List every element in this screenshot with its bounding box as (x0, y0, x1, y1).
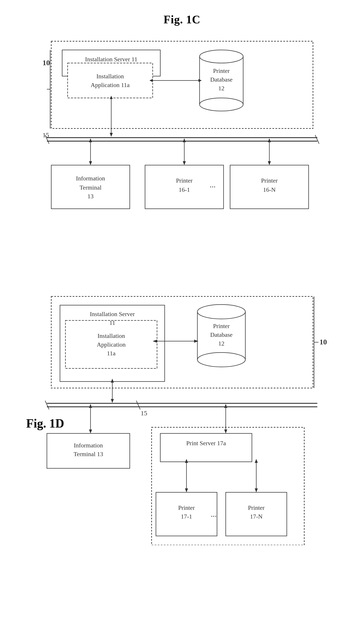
svg-text:Installation: Installation (97, 332, 125, 339)
svg-marker-57 (111, 379, 114, 383)
svg-marker-73 (185, 488, 188, 492)
svg-point-51 (197, 352, 245, 367)
svg-text:17-1: 17-1 (181, 513, 192, 520)
svg-text:Installation Server 11: Installation Server 11 (85, 56, 137, 63)
svg-marker-68 (224, 404, 227, 408)
fig1c-diagram: 10 15 Installation Server 11 Installatio… (29, 39, 335, 218)
svg-text:12: 12 (218, 340, 224, 347)
svg-text:Terminal 13: Terminal 13 (73, 451, 103, 458)
svg-point-4 (200, 50, 243, 63)
svg-rect-2 (68, 63, 153, 98)
svg-line-15 (315, 135, 319, 144)
svg-marker-17 (89, 161, 92, 165)
svg-line-61 (136, 401, 140, 409)
svg-rect-46 (51, 297, 313, 388)
svg-text:Database: Database (210, 331, 232, 338)
svg-marker-20 (183, 161, 186, 165)
svg-point-5 (200, 98, 243, 111)
svg-rect-49 (197, 312, 245, 360)
svg-marker-18 (89, 138, 92, 142)
svg-rect-79 (226, 492, 287, 536)
svg-text:Printer: Printer (213, 67, 230, 74)
svg-rect-26 (145, 165, 223, 209)
svg-marker-23 (268, 161, 271, 165)
svg-text:16-1: 16-1 (179, 186, 190, 193)
svg-rect-78 (156, 492, 217, 536)
svg-text:Database: Database (210, 76, 232, 83)
svg-rect-0 (51, 41, 313, 129)
svg-text:11a: 11a (107, 350, 116, 357)
svg-rect-27 (230, 165, 309, 209)
svg-rect-69 (47, 433, 130, 468)
svg-marker-7 (199, 79, 202, 82)
svg-text:Print Server 17a: Print Server 17a (186, 440, 226, 447)
svg-marker-24 (268, 138, 271, 142)
svg-marker-21 (183, 138, 186, 142)
svg-text:15: 15 (141, 409, 147, 417)
svg-text:Printer: Printer (176, 177, 193, 184)
fig1c-title: Fig. 1C (26, 13, 338, 26)
svg-text:Terminal: Terminal (79, 184, 101, 191)
svg-text:Installation Server: Installation Server (90, 311, 135, 317)
spacer1 (26, 240, 338, 294)
svg-text:Application 11a: Application 11a (90, 81, 130, 88)
svg-rect-47 (60, 305, 165, 382)
svg-text:Application: Application (97, 341, 125, 348)
svg-line-14 (45, 135, 49, 144)
svg-text:10: 10 (43, 59, 50, 67)
svg-marker-8 (149, 79, 153, 82)
svg-rect-1 (62, 50, 160, 76)
svg-text:...: ... (211, 510, 217, 519)
svg-marker-54 (153, 340, 157, 343)
fig1c-svg: 10 15 Installation Server 11 Installatio… (29, 39, 335, 218)
svg-text:Printer: Printer (178, 504, 195, 511)
svg-marker-76 (255, 488, 258, 492)
svg-text:15: 15 (43, 131, 49, 139)
svg-text:Printer: Printer (213, 323, 230, 329)
svg-text:12: 12 (218, 85, 224, 92)
svg-line-60 (45, 401, 49, 409)
fig1d-diagram: 15 (29, 294, 335, 534)
svg-marker-65 (89, 404, 92, 408)
svg-marker-10 (110, 133, 113, 137)
svg-text:16-N: 16-N (263, 186, 276, 193)
svg-text:Installation: Installation (96, 73, 124, 79)
svg-text:Information: Information (74, 442, 103, 449)
svg-point-50 (197, 305, 245, 319)
svg-rect-48 (66, 320, 157, 368)
svg-rect-3 (200, 57, 243, 104)
svg-text:10: 10 (319, 338, 327, 346)
svg-marker-77 (255, 459, 258, 463)
svg-marker-64 (89, 429, 92, 433)
svg-text:17-N: 17-N (250, 513, 263, 520)
svg-marker-74 (185, 459, 188, 463)
svg-text:...: ... (210, 180, 216, 189)
svg-text:Printer: Printer (261, 177, 278, 184)
page-container: Fig. 1C (0, 0, 364, 443)
svg-rect-70 (151, 427, 304, 545)
svg-text:Information: Information (76, 175, 105, 182)
svg-marker-11 (110, 96, 113, 99)
svg-text:11: 11 (109, 319, 115, 326)
svg-text:Printer: Printer (248, 504, 265, 511)
svg-marker-53 (194, 340, 199, 343)
fig1d-svg: 15 (29, 294, 335, 545)
svg-rect-25 (51, 165, 130, 209)
svg-text:13: 13 (87, 193, 94, 200)
svg-marker-56 (111, 399, 114, 403)
svg-rect-71 (160, 433, 252, 462)
svg-marker-67 (224, 429, 227, 433)
